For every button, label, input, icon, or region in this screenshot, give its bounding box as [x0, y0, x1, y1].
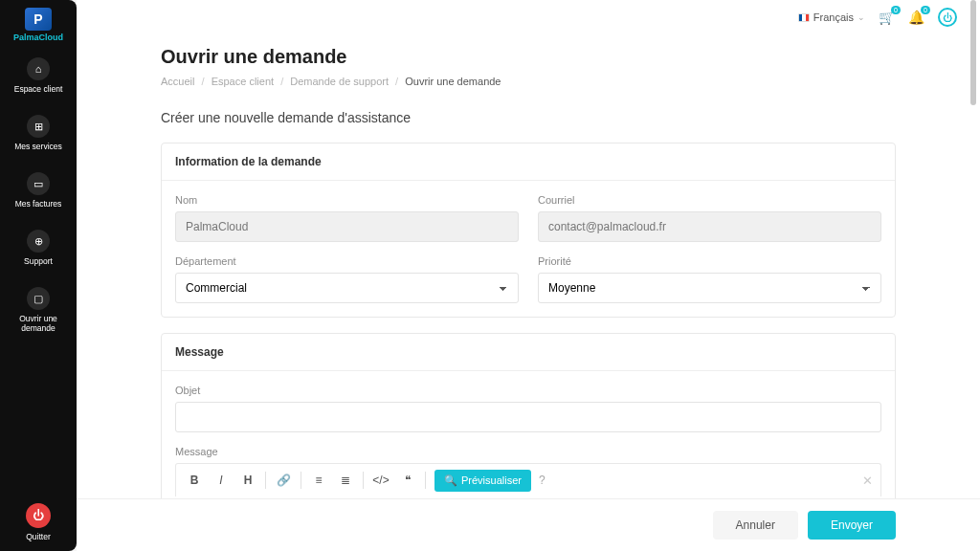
ol-button[interactable]: ≣	[333, 468, 358, 493]
expand-button[interactable]: ✕	[862, 474, 873, 488]
search-icon: 🔍	[444, 474, 457, 487]
preview-label: Prévisualiser	[461, 474, 522, 486]
quit-label: Quitter	[26, 532, 51, 541]
ul-icon: ≡	[315, 474, 322, 487]
email-field	[538, 211, 881, 242]
subject-input[interactable]	[175, 402, 881, 432]
italic-button[interactable]: I	[209, 468, 234, 493]
footer-actions: Annuler Envoyer	[77, 498, 980, 551]
department-select[interactable]: Commercial	[175, 273, 519, 303]
ticket-icon: ▢	[27, 287, 50, 310]
bold-button[interactable]: B	[182, 468, 207, 493]
bold-icon: B	[190, 474, 199, 487]
sidebar-item-mes-services[interactable]: ⊞ Mes services	[0, 111, 77, 155]
cart-badge: 0	[891, 6, 901, 14]
sidebar-item-label: Espace client	[14, 84, 63, 94]
breadcrumb-sep: /	[395, 76, 398, 87]
code-button[interactable]: </>	[368, 468, 393, 493]
support-icon: ⊕	[27, 230, 50, 253]
message-label: Message	[175, 446, 881, 457]
quote-icon: ❝	[405, 474, 411, 487]
brand-logo[interactable]: P PalmaCloud	[13, 8, 63, 42]
power-icon: ⏻	[26, 503, 51, 528]
logo-icon: P	[25, 8, 52, 31]
heading-icon: H	[244, 474, 253, 487]
sidebar: P PalmaCloud ⌂ Espace client ⊞ Mes servi…	[0, 0, 77, 551]
cart-button[interactable]: 🛒 0	[879, 10, 895, 25]
page-subheading: Créer une nouvelle demande d'assistance	[161, 110, 896, 125]
user-icon: ⏻	[943, 12, 952, 23]
sidebar-item-label: Mes factures	[15, 199, 62, 209]
name-label: Nom	[175, 194, 519, 206]
scrollbar-thumb[interactable]	[970, 0, 976, 105]
ol-icon: ≣	[341, 474, 350, 487]
notif-badge: 0	[921, 6, 930, 14]
flag-fr-icon	[798, 13, 810, 22]
home-icon: ⌂	[27, 57, 50, 80]
topbar: Français ⌄ 🛒 0 🔔 0 ⏻	[798, 8, 957, 27]
code-icon: </>	[372, 474, 389, 487]
breadcrumb-item-current: Ouvrir une demande	[405, 76, 501, 87]
sidebar-item-ouvrir-demande[interactable]: ▢ Ouvrir une demande	[0, 283, 77, 337]
email-label: Courriel	[538, 194, 881, 206]
toolbar-separator	[265, 472, 266, 489]
sidebar-item-label: Ouvrir une demande	[2, 314, 75, 333]
sidebar-item-mes-factures[interactable]: ▭ Mes factures	[0, 168, 77, 212]
sidebar-item-espace-client[interactable]: ⌂ Espace client	[0, 54, 77, 98]
sidebar-item-label: Mes services	[14, 142, 62, 151]
link-icon: 🔗	[277, 474, 291, 487]
sidebar-quit[interactable]: ⏻ Quitter	[26, 503, 51, 541]
preview-button[interactable]: 🔍 Prévisualiser	[434, 470, 531, 492]
name-field	[175, 211, 519, 242]
subject-label: Objet	[175, 385, 881, 396]
main-content: Français ⌄ 🛒 0 🔔 0 ⏻ Ouvrir une demande …	[77, 0, 980, 551]
sidebar-item-label: Support	[24, 256, 53, 266]
breadcrumb-sep: /	[280, 76, 283, 87]
chevron-down-icon: ⌄	[858, 12, 865, 22]
italic-icon: I	[219, 474, 222, 487]
invoice-icon: ▭	[27, 172, 50, 195]
card-info-header: Information de la demande	[162, 143, 895, 181]
link-button[interactable]: 🔗	[271, 468, 296, 493]
scrollbar[interactable]	[969, 0, 978, 551]
ul-button[interactable]: ≡	[306, 468, 331, 493]
language-selector[interactable]: Français ⌄	[798, 11, 865, 23]
breadcrumb-item[interactable]: Espace client	[212, 76, 274, 87]
department-label: Département	[175, 255, 519, 267]
page-title: Ouvrir une demande	[161, 46, 896, 68]
brand-name: PalmaCloud	[13, 33, 63, 42]
heading-button[interactable]: H	[235, 468, 260, 493]
breadcrumb-item[interactable]: Accueil	[161, 76, 194, 87]
help-button[interactable]: ?	[539, 474, 546, 487]
help-icon: ?	[539, 474, 546, 487]
toolbar-separator	[425, 472, 426, 489]
breadcrumb-item[interactable]: Demande de support	[290, 76, 389, 87]
sidebar-nav: ⌂ Espace client ⊞ Mes services ▭ Mes fac…	[0, 54, 77, 337]
quote-button[interactable]: ❝	[395, 468, 420, 493]
card-info: Information de la demande Nom Courriel	[161, 143, 896, 318]
priority-select[interactable]: Moyenne	[538, 273, 881, 303]
expand-icon: ✕	[862, 474, 873, 488]
submit-button[interactable]: Envoyer	[808, 511, 896, 540]
priority-label: Priorité	[538, 255, 881, 267]
services-icon: ⊞	[27, 115, 50, 138]
breadcrumb-sep: /	[202, 76, 205, 87]
toolbar-separator	[301, 472, 301, 489]
breadcrumb: Accueil / Espace client / Demande de sup…	[161, 76, 896, 87]
user-avatar[interactable]: ⏻	[938, 8, 957, 27]
toolbar-separator	[363, 472, 364, 489]
cancel-button[interactable]: Annuler	[713, 511, 798, 540]
notifications-button[interactable]: 🔔 0	[908, 10, 924, 25]
card-message-header: Message	[162, 334, 895, 371]
editor-toolbar: B I H 🔗 ≡ ≣ </> ❝	[175, 463, 881, 496]
sidebar-item-support[interactable]: ⊕ Support	[0, 226, 77, 270]
language-label: Français	[813, 11, 854, 23]
